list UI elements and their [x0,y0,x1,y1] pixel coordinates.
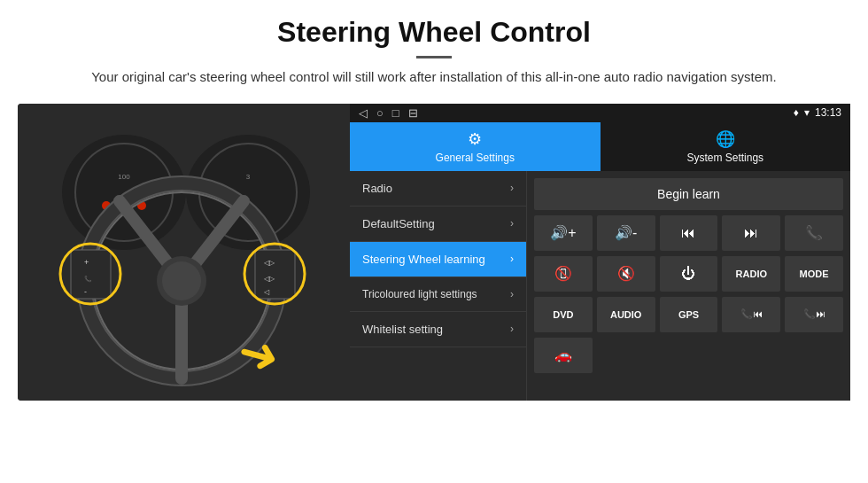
control-row-2: 📵 🔇 ⏻ RADIO MODE [534,256,843,292]
settings-area: Radio › DefaultSetting › Steering Wheel … [350,171,850,401]
audio-label: AUDIO [610,309,641,320]
car-menu-icon: 🚗 [554,347,572,363]
page-container: Steering Wheel Control Your original car… [0,0,868,409]
control-row-4: 🚗 [534,338,843,373]
vol-up-icon: 🔊+ [550,224,576,241]
back-icon: ◁ [359,106,368,120]
svg-text:-: - [84,287,87,296]
prev-icon: ⏮ [681,225,695,241]
tel-next-icon: 📞⏭ [803,308,825,320]
tel-next-button[interactable]: 📞⏭ [785,297,843,332]
dvd-button[interactable]: DVD [534,297,593,332]
gps-button[interactable]: GPS [660,297,718,332]
menu-item-radio[interactable]: Radio › [350,171,526,206]
main-content: 100 60 3 + 📞 [0,97,868,409]
menu-item-whitelist[interactable]: Whitelist setting › [350,312,526,347]
chevron-right-icon-3: › [510,253,514,265]
menu-list: Radio › DefaultSetting › Steering Wheel … [350,171,527,401]
menu-default-label: DefaultSetting [362,217,435,230]
home-icon: ○ [376,106,384,120]
svg-text:◁: ◁ [264,288,270,296]
title-divider [416,56,452,58]
dvd-label: DVD [553,309,573,320]
subtitle: Your original car's steering wheel contr… [53,67,815,88]
menu-icon: ⊟ [408,106,418,120]
steering-wheel-area: 100 60 3 + 📞 [18,104,350,401]
android-ui: ◁ ○ □ ⊟ ♦ ▾ 13:13 ⚙ General Settings [350,104,850,401]
mode-label: MODE [800,269,829,279]
status-bar: ◁ ○ □ ⊟ ♦ ▾ 13:13 [350,104,850,122]
vol-up-button[interactable]: 🔊+ [534,215,593,251]
power-button[interactable]: ⏻ [660,256,718,292]
next-track-button[interactable]: ⏭ [722,215,780,251]
phone-icon: 📞 [805,224,823,241]
wifi-icon: ▾ [804,106,810,119]
audio-button[interactable]: AUDIO [597,297,655,332]
control-row-1: 🔊+ 🔊- ⏮ ⏭ 📞 [534,215,843,251]
svg-text:📞: 📞 [84,275,92,283]
chevron-right-icon: › [510,182,514,194]
steering-wheel-svg: 100 60 3 + 📞 [18,104,350,401]
menu-steering-label: Steering Wheel learning [362,253,485,266]
right-panel: Begin learn 🔊+ 🔊- ⏮ [527,171,850,401]
svg-rect-22 [255,250,295,299]
svg-point-17 [162,261,201,300]
chevron-right-icon-2: › [510,217,514,230]
svg-text:100: 100 [118,173,130,181]
car-menu-button[interactable]: 🚗 [534,338,593,373]
vol-down-button[interactable]: 🔊- [597,215,655,251]
begin-learn-row: Begin learn [534,178,843,210]
chevron-right-icon-4: › [510,288,514,300]
tab-bar: ⚙ General Settings 🌐 System Settings [350,122,850,171]
menu-whitelist-label: Whitelist setting [362,323,443,336]
svg-text:◁▷: ◁▷ [264,259,275,267]
hang-up-button[interactable]: 📵 [534,256,593,292]
tel-prev-button[interactable]: 📞⏮ [722,297,780,332]
hangup-icon: 📵 [554,265,572,282]
chevron-right-icon-5: › [510,323,514,335]
mute-icon: 🔇 [617,265,635,282]
svg-text:3: 3 [246,173,251,181]
menu-item-tricolour[interactable]: Tricoloured light settings › [350,277,526,312]
page-title: Steering Wheel Control [53,16,815,49]
mode-button[interactable]: MODE [785,256,843,292]
status-right: ♦ ▾ 13:13 [794,106,841,119]
tab-system[interactable]: 🌐 System Settings [601,122,851,171]
mute-button[interactable]: 🔇 [597,256,655,292]
vol-down-icon: 🔊- [615,224,637,241]
menu-radio-label: Radio [362,182,392,195]
begin-learn-button[interactable]: Begin learn [534,178,843,210]
next-icon: ⏭ [744,225,758,241]
clock: 13:13 [815,106,841,119]
svg-text:+: + [84,258,89,267]
recents-icon: □ [392,106,399,120]
nav-icons: ◁ ○ □ ⊟ [359,106,418,120]
location-icon: ♦ [794,106,799,119]
radio-button[interactable]: RADIO [722,256,780,292]
settings-gear-icon: ⚙ [468,129,482,149]
prev-track-button[interactable]: ⏮ [660,215,718,251]
control-row-3: DVD AUDIO GPS 📞⏮ 📞⏭ [534,297,843,332]
tab-system-label: System Settings [686,152,763,164]
radio-label: RADIO [736,269,767,279]
gps-label: GPS [678,309,699,320]
menu-tricolour-label: Tricoloured light settings [362,288,477,300]
header: Steering Wheel Control Your original car… [0,0,868,97]
phone-answer-button[interactable]: 📞 [785,215,843,251]
system-icon: 🌐 [716,129,735,149]
menu-item-default[interactable]: DefaultSetting › [350,206,526,242]
tel-prev-icon: 📞⏮ [740,308,763,320]
tab-general-label: General Settings [436,152,515,164]
menu-item-steering[interactable]: Steering Wheel learning › [350,242,526,277]
svg-rect-18 [71,250,111,299]
power-icon: ⏻ [681,266,695,282]
svg-text:◁▷: ◁▷ [264,275,275,283]
tab-general[interactable]: ⚙ General Settings [350,122,601,171]
